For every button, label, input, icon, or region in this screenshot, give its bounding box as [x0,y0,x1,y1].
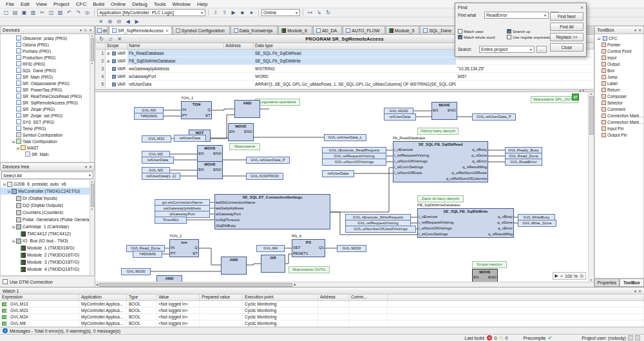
close-icon[interactable]: ✕ [115,35,124,43]
cfc-comment[interactable]: Skanowanie OUTIL [289,266,330,273]
save-icon[interactable]: ▣ [20,9,28,17]
tree-item[interactable]: ⊟ MyController (TM241C241T/U) [1,188,94,195]
scope-cell[interactable]: VAR [106,65,128,72]
online-combo[interactable]: Online▼ [261,9,300,16]
dropdown-icon[interactable]: ▾ [634,28,636,32]
canvas-horizontal-scrollbar[interactable]: ◀▶ [95,282,594,287]
column-header-datatype[interactable]: Data type [254,43,456,49]
step-into-icon[interactable]: ↳ [315,9,323,17]
cfc-block-and[interactable]: AND [234,100,260,118]
tree-item[interactable]: SR_Main [1,151,94,157]
menu-item[interactable]: Tools [151,1,169,7]
cfc-output-box[interactable]: GVL.ReadError [505,159,542,166]
use-dtm-checkbox[interactable] [3,279,8,284]
expression-cell[interactable]: GVL.M13 [0,301,79,307]
menu-item[interactable]: File [3,1,17,7]
tree-item[interactable]: Module_2 (TM3DQ16T/G) [1,251,94,258]
find-dialog[interactable]: Find ✕ Find what ReadError▼ > Match case… [455,3,587,57]
editor-tab[interactable]: AD_DA [313,26,342,34]
cfc-output-box[interactable]: GVL.KODPROD [246,173,283,180]
cfc-block-move[interactable]: MOVEENENO [228,123,254,141]
cfc-comment[interactable]: Odczyt bazy danych [417,128,459,135]
expression-cell[interactable]: GVL.M8 [0,320,79,326]
cfc-input-box[interactable]: T#500MS [133,251,162,258]
watch-column-address[interactable]: Address [318,295,349,300]
tree-item[interactable]: Oblozenie_prasy (PRG) [1,35,94,41]
cfc-block-move[interactable]: MOVEENENO [472,269,498,282]
cfc-canvas[interactable]: ▶ + 100 % ◎ ▲▼ Logowanie operatoraGVL.M0… [95,92,594,282]
watch-row[interactable]: GVL.M13 MyController.Applica... BOOL <No… [0,301,644,307]
prepared-value-cell[interactable] [200,314,243,320]
tree-item[interactable]: SR_PowerTag (PRG) [1,86,94,93]
prepared-value-cell[interactable] [200,301,243,307]
tree-item[interactable]: SQL_Dane (PRG) [1,67,94,73]
tree-item[interactable]: ⊟ IO_Bus (IO bus - TM3) [1,237,94,244]
declaration-row[interactable]: 3 VAR wsGatewayIpAddress WSTRING "10.35.… [95,65,594,73]
find-dialog-titlebar[interactable]: Find ✕ [455,3,586,11]
address-cell[interactable] [224,73,254,80]
toolbox-item[interactable]: Pointer [595,41,643,48]
tree-item[interactable]: TMC4412 (TMC4412) [1,230,94,237]
cfc-input-box[interactable]: GVL.M4 [256,245,285,252]
step-over-icon[interactable]: ↦ [306,9,314,17]
cfc-comment[interactable]: Logowanie operatora [255,99,300,106]
name-cell[interactable]: wsGatewayIpAddress [128,65,224,72]
tree-item[interactable]: SR_Zegar (PRG) [1,106,94,112]
initialization-cell[interactable]: "10.35.134.25" [456,65,594,72]
tree-item[interactable]: SR_SqlRemoteAccess (PRG) [1,99,94,106]
menu-item[interactable]: Window [169,1,193,7]
scrollbar-thumb[interactable] [91,184,94,207]
scope-cell[interactable]: ⊞VAR [106,50,128,57]
initialization-cell[interactable] [456,57,594,64]
toolbox-item[interactable]: Connection Mark - Sink [595,119,643,125]
cfc-comment[interactable]: Skanowanie SPL_OUTIL [531,96,578,103]
cfc-block-ton-1[interactable]: TONINQPTET [181,101,212,119]
column-header-address[interactable]: Address [224,43,254,49]
side-panel-tab[interactable]: ToolBox [620,278,644,287]
cfc-input-box[interactable]: Timer#2s [155,217,187,224]
cfc-output-box[interactable]: GVL.refUserData_P [246,157,290,164]
declaration-row[interactable]: 5 VAR refUserData ARRAY[1..SE_SQL.GPL.Gc… [95,81,594,88]
checkbox[interactable] [507,29,511,34]
logout-icon[interactable]: ⇧ [220,9,229,17]
prepared-value-cell[interactable] [200,320,243,326]
reset-icon[interactable]: ↻ [324,9,332,17]
find-dialog-button[interactable]: Close [550,43,583,52]
cfc-input-box[interactable]: GVL.uiNumberOfUsedIVstrings [345,226,416,233]
initialization-cell[interactable]: 3457 [456,73,594,80]
toolbox-item[interactable]: Label [595,80,643,86]
editor-tab[interactable]: et [95,26,108,34]
address-cell[interactable] [224,57,254,64]
cfc-input-box[interactable]: refUserData [142,157,174,164]
expression-cell[interactable]: GVL.M24 [0,314,79,320]
menu-item[interactable]: Build [90,1,108,7]
toolbox-item[interactable]: Selector [595,99,643,106]
tree-item[interactable]: ⊟ MAST [1,144,94,151]
refresh-icon[interactable]: ↻ [97,35,106,43]
close-icon[interactable]: ✕ [638,28,641,32]
find-option[interactable]: Match whole word [458,35,504,39]
close-icon[interactable]: ✕ [580,5,583,10]
print-icon[interactable]: ▥ [29,9,37,17]
find-dialog-button[interactable]: Find Next [550,12,583,21]
find-option[interactable]: Match case [458,29,504,34]
expand-all-icon[interactable]: ⊞ [106,17,114,25]
menu-item[interactable]: Edit [17,1,33,7]
scroll-up-icon[interactable]: ▲ [91,180,93,183]
edit-icon[interactable]: ▱ [106,35,115,43]
scroll-right-icon[interactable]: ▶ [294,283,296,286]
cfc-output-box[interactable]: GVL.refUserData_L [324,134,366,141]
tree-item[interactable]: Symbol Configuration [1,132,94,138]
name-cell[interactable]: Fb_ReadDatabase [128,50,224,57]
watch-column-prepared[interactable]: Prepared value [200,295,243,300]
scroll-down-icon[interactable]: ▼ [91,62,93,65]
new-project-icon[interactable]: ▢ [2,9,10,17]
editor-tab[interactable]: Module_5 [386,26,420,34]
cfc-input-box[interactable]: GVL.M31 [142,135,171,142]
dropdown-icon[interactable]: ▾ [634,289,636,293]
watch-row[interactable]: GVL.M24 MyController.Applica... BOOL <No… [0,314,644,320]
expander-icon[interactable]: ⊞ [107,59,111,63]
find-icon[interactable]: ◎ [83,9,91,17]
copy-icon[interactable]: ◫ [47,9,55,17]
tree-item[interactable]: Module_1 (TM3DI16/G) [1,244,94,251]
